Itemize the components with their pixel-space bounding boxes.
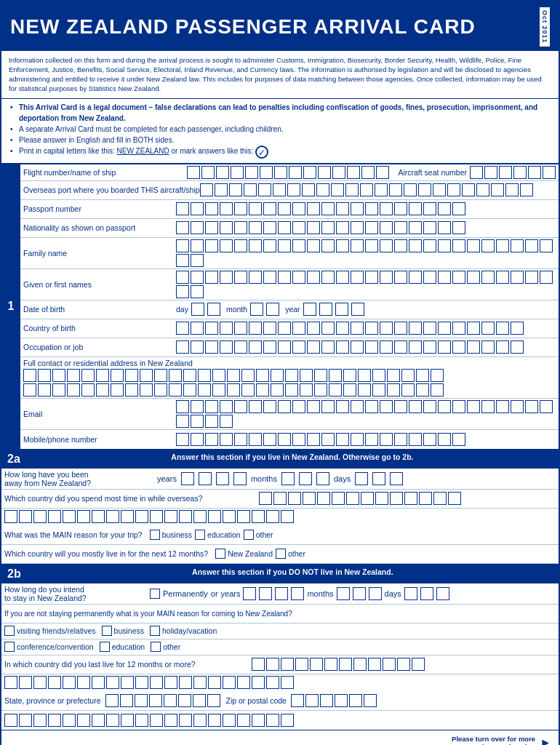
box[interactable] bbox=[164, 694, 177, 707]
box[interactable] bbox=[216, 472, 229, 485]
box[interactable] bbox=[438, 221, 451, 234]
box[interactable] bbox=[263, 433, 276, 446]
box[interactable] bbox=[176, 415, 189, 428]
box[interactable] bbox=[193, 694, 206, 707]
box[interactable] bbox=[179, 714, 192, 727]
box[interactable] bbox=[263, 271, 276, 284]
box[interactable] bbox=[300, 383, 313, 397]
box[interactable] bbox=[404, 183, 417, 196]
box[interactable] bbox=[281, 472, 295, 485]
box[interactable] bbox=[423, 239, 436, 252]
box[interactable] bbox=[67, 383, 80, 397]
box[interactable] bbox=[318, 166, 331, 179]
box[interactable] bbox=[380, 271, 393, 284]
box[interactable] bbox=[314, 369, 327, 382]
box[interactable] bbox=[481, 271, 495, 284]
zip-boxes[interactable] bbox=[291, 694, 377, 707]
box[interactable] bbox=[191, 271, 204, 284]
box[interactable] bbox=[207, 303, 220, 316]
box[interactable] bbox=[237, 510, 250, 523]
flight-boxes[interactable] bbox=[187, 166, 389, 179]
box[interactable] bbox=[336, 322, 349, 335]
box[interactable] bbox=[263, 400, 276, 413]
box[interactable] bbox=[511, 271, 524, 284]
box[interactable] bbox=[287, 183, 300, 196]
box[interactable] bbox=[200, 183, 213, 196]
box[interactable] bbox=[278, 340, 291, 354]
box[interactable] bbox=[259, 587, 272, 600]
box[interactable] bbox=[249, 202, 262, 215]
box[interactable] bbox=[273, 183, 286, 196]
box[interactable] bbox=[181, 472, 194, 485]
box[interactable] bbox=[271, 383, 284, 397]
box[interactable] bbox=[176, 221, 189, 234]
other-option-2b[interactable]: other bbox=[151, 642, 180, 652]
box[interactable] bbox=[324, 658, 337, 671]
box[interactable] bbox=[418, 183, 431, 196]
box[interactable] bbox=[249, 239, 262, 252]
box[interactable] bbox=[423, 433, 436, 446]
box[interactable] bbox=[364, 694, 377, 707]
box[interactable] bbox=[259, 492, 272, 505]
box[interactable] bbox=[205, 433, 218, 446]
box[interactable] bbox=[135, 694, 148, 707]
box[interactable] bbox=[351, 239, 364, 252]
address-boxes-2[interactable] bbox=[23, 383, 556, 397]
box[interactable] bbox=[394, 221, 407, 234]
box[interactable] bbox=[278, 202, 291, 215]
box[interactable] bbox=[179, 510, 192, 523]
occupation-boxes[interactable] bbox=[176, 340, 524, 354]
box[interactable] bbox=[496, 400, 509, 413]
box[interactable] bbox=[375, 492, 388, 505]
box[interactable] bbox=[266, 676, 279, 689]
box[interactable] bbox=[467, 322, 480, 335]
box[interactable] bbox=[23, 383, 36, 397]
box[interactable] bbox=[336, 202, 349, 215]
box[interactable] bbox=[4, 510, 17, 523]
box[interactable] bbox=[511, 340, 524, 354]
box[interactable] bbox=[321, 340, 335, 354]
box[interactable] bbox=[351, 221, 364, 234]
box[interactable] bbox=[187, 166, 200, 179]
box[interactable] bbox=[321, 202, 335, 215]
aircraft-boxes[interactable] bbox=[470, 166, 556, 179]
box[interactable] bbox=[361, 492, 374, 505]
box[interactable] bbox=[241, 383, 255, 397]
box[interactable] bbox=[63, 510, 76, 523]
box[interactable] bbox=[38, 369, 51, 382]
box[interactable] bbox=[409, 202, 422, 215]
box[interactable] bbox=[234, 271, 247, 284]
box[interactable] bbox=[4, 714, 17, 727]
box[interactable] bbox=[191, 303, 204, 316]
box[interactable] bbox=[121, 714, 134, 727]
box[interactable] bbox=[305, 694, 319, 707]
box[interactable] bbox=[237, 676, 250, 689]
box[interactable] bbox=[281, 714, 294, 727]
box[interactable] bbox=[285, 369, 298, 382]
box[interactable] bbox=[191, 400, 204, 413]
box[interactable] bbox=[307, 221, 320, 234]
box[interactable] bbox=[438, 239, 451, 252]
box[interactable] bbox=[511, 322, 524, 335]
box[interactable] bbox=[292, 202, 305, 215]
box[interactable] bbox=[389, 183, 402, 196]
box[interactable] bbox=[205, 202, 218, 215]
box[interactable] bbox=[423, 202, 436, 215]
box[interactable] bbox=[135, 714, 148, 727]
box[interactable] bbox=[198, 369, 211, 382]
other2-checkbox[interactable] bbox=[276, 549, 286, 559]
box[interactable] bbox=[252, 714, 265, 727]
business-checkbox[interactable] bbox=[150, 530, 160, 540]
box[interactable] bbox=[234, 221, 247, 234]
box[interactable] bbox=[302, 183, 315, 196]
phone-boxes[interactable] bbox=[176, 433, 465, 446]
box[interactable] bbox=[281, 676, 294, 689]
box[interactable] bbox=[336, 340, 349, 354]
box[interactable] bbox=[383, 658, 396, 671]
box[interactable] bbox=[511, 400, 524, 413]
email-boxes[interactable] bbox=[176, 400, 556, 428]
box[interactable] bbox=[380, 202, 393, 215]
reason-other-option[interactable]: other bbox=[276, 549, 305, 559]
box[interactable] bbox=[452, 221, 465, 234]
box[interactable] bbox=[481, 400, 495, 413]
